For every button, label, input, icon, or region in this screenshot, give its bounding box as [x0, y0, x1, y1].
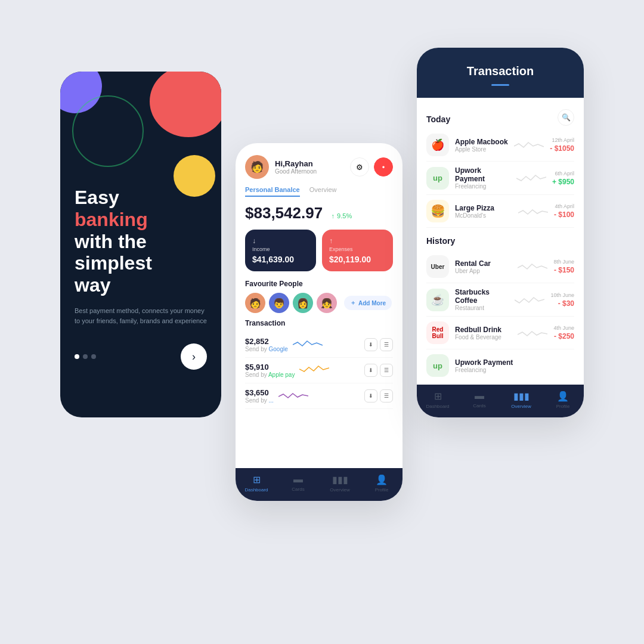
wave-chart	[514, 139, 544, 151]
expense-label: Expenses	[329, 246, 386, 252]
tx-chart-2	[299, 363, 360, 377]
phone-transaction: Transaction Today 🔍 🍎 Apple Macbook Appl…	[417, 48, 584, 417]
circle-green	[72, 95, 144, 167]
nav3-dashboard[interactable]: ⊞ Dashboard	[417, 391, 459, 409]
person-4: 👧	[317, 293, 337, 313]
dashboard-navbar: ⊞ Dashboard ▬ Cards ▮▮▮ Overview 👤 Profi…	[236, 468, 402, 501]
add-more-button[interactable]: ＋ Add More	[344, 296, 392, 310]
tx-chart-3	[278, 389, 360, 403]
tx-rental-car: Uber Rental Car Uber App 8th June - $150	[426, 250, 574, 283]
transaction-header: Transaction	[417, 48, 584, 98]
mcdonalds-logo: 🍔	[426, 200, 449, 222]
onboarding-title: Easy banking with the simplest way	[75, 187, 207, 296]
expense-amount: $20,119.00	[329, 255, 386, 264]
tab-overview[interactable]: Overview	[309, 186, 337, 197]
tx-row-2: $5,910 Send by Apple pay ⬇ ☰	[245, 358, 393, 383]
balance-tabs: Personal Banalce Overview	[236, 186, 402, 202]
expense-card: ↑ Expenses $20,119.00	[322, 230, 393, 271]
upwork-logo-2: up	[426, 354, 449, 377]
history-label: History	[426, 228, 574, 250]
wave-chart-5	[515, 294, 544, 306]
wave-chart-6	[518, 327, 547, 339]
tx-apple-macbook: 🍎 Apple Macbook Apple Store 12th April -…	[426, 129, 574, 162]
today-label: Today	[426, 106, 450, 129]
income-amount: $41,639.00	[252, 255, 309, 264]
phone-onboarding: Easy banking with the simplest way Best …	[60, 72, 221, 417]
redbull-logo: RedBull	[426, 321, 449, 344]
tx-pizza: 🍔 Large Pizza McDonald's 4th April - $10…	[426, 195, 574, 228]
dot-1	[75, 354, 79, 359]
nav3-cards[interactable]: ▬ Cards	[459, 391, 500, 409]
detail-icon-2[interactable]: ☰	[380, 364, 393, 377]
income-card: ↓ Income $41,639.00	[245, 230, 316, 271]
nav-overview[interactable]: ▮▮▮ Overview	[319, 474, 361, 493]
wave-chart-3	[518, 205, 548, 217]
favourite-title: Favourite People	[245, 280, 393, 288]
tx-starbucks: ☕ Starbucks Coffee Restaurant 10th June …	[426, 283, 574, 317]
scene: Easy banking with the simplest way Best …	[0, 0, 644, 644]
favourite-section: Favourite People 🧑 👦 👩 👧 ＋ Add More	[236, 280, 402, 319]
user-info: 🧑 Hi,Rayhan Good Afternoon	[245, 155, 317, 179]
transaction-list: Transaction $2,852 Send by Google ⬇ ☰	[236, 319, 402, 468]
person-1: 🧑	[245, 293, 265, 313]
notification-icon[interactable]: •	[374, 157, 393, 177]
uber-logo: Uber	[426, 255, 449, 278]
upwork-logo: up	[426, 167, 449, 190]
starbucks-logo: ☕	[426, 289, 449, 311]
nav3-overview[interactable]: ▮▮▮ Overview	[500, 391, 542, 409]
balance-amount: $83,542.97	[245, 204, 323, 222]
transaction-navbar: ⊞ Dashboard ▬ Cards ▮▮▮ Overview 👤 Profi…	[417, 385, 584, 417]
nav3-profile[interactable]: 👤 Profile	[542, 391, 584, 409]
expense-icon: ↑	[329, 237, 386, 245]
tab-personal-balance[interactable]: Personal Banalce	[245, 186, 300, 197]
balance-section: $83,542.97 ↑ 9.5%	[236, 202, 402, 230]
header-indicator	[491, 84, 509, 86]
download-icon-3[interactable]: ⬇	[364, 389, 377, 402]
person-3: 👩	[293, 293, 313, 313]
settings-icon[interactable]: ⚙	[350, 157, 369, 177]
onboarding-footer: ›	[75, 343, 207, 370]
balance-change: ↑ 9.5%	[332, 212, 352, 219]
search-button[interactable]: 🔍	[558, 109, 574, 126]
onboarding-content: Easy banking with the simplest way Best …	[75, 187, 207, 370]
tx-redbull: RedBull Redbull Drink Food & Beverage 4t…	[426, 317, 574, 349]
people-row: 🧑 👦 👩 👧 ＋ Add More	[245, 293, 393, 313]
phone-dashboard: 🧑 Hi,Rayhan Good Afternoon ⚙ • Personal …	[236, 143, 402, 501]
person-2: 👦	[269, 293, 289, 313]
header-icons: ⚙ •	[350, 157, 393, 177]
avatar: 🧑	[245, 155, 269, 179]
detail-icon[interactable]: ☰	[380, 338, 393, 351]
summary-cards: ↓ Income $41,639.00 ↑ Expenses $20,119.0…	[236, 230, 402, 280]
download-icon[interactable]: ⬇	[364, 338, 377, 351]
tx-chart-1	[293, 338, 360, 352]
onboarding-subtitle: Best payment method, connects your money…	[75, 306, 207, 326]
transaction-content: Today 🔍 🍎 Apple Macbook Apple Store 12th…	[417, 98, 584, 385]
wave-chart-2	[516, 172, 546, 184]
wave-chart-4	[518, 261, 547, 273]
nav-dashboard[interactable]: ⊞ Dashboard	[236, 474, 277, 493]
transaction-title: Transaction	[429, 64, 572, 78]
nav-profile[interactable]: 👤 Profile	[361, 474, 402, 493]
dot-2	[83, 354, 88, 359]
tx-upwork-1: up Upwork Payment Freelancing 6th April …	[426, 162, 574, 195]
transaction-section-title: Transaction	[245, 319, 393, 327]
nav-cards[interactable]: ▬ Cards	[277, 474, 319, 493]
tx-row-3: $3,650 Send by ... ⬇ ☰	[245, 383, 393, 409]
pagination-dots	[75, 354, 96, 359]
income-icon: ↓	[252, 237, 309, 245]
tx-upwork-2: up Upwork Payment Freelancing	[426, 349, 574, 382]
income-label: Income	[252, 246, 309, 252]
detail-icon-3[interactable]: ☰	[380, 389, 393, 402]
next-button[interactable]: ›	[181, 343, 207, 370]
dot-3	[91, 354, 96, 359]
greeting: Hi,Rayhan Good Afternoon	[275, 159, 317, 175]
tx-row-1: $2,852 Send by Google ⬇ ☰	[245, 332, 393, 358]
today-header: Today 🔍	[426, 98, 574, 129]
download-icon-2[interactable]: ⬇	[364, 364, 377, 377]
apple-logo: 🍎	[426, 134, 449, 156]
blob-red	[150, 72, 221, 137]
dashboard-header: 🧑 Hi,Rayhan Good Afternoon ⚙ •	[236, 143, 402, 186]
